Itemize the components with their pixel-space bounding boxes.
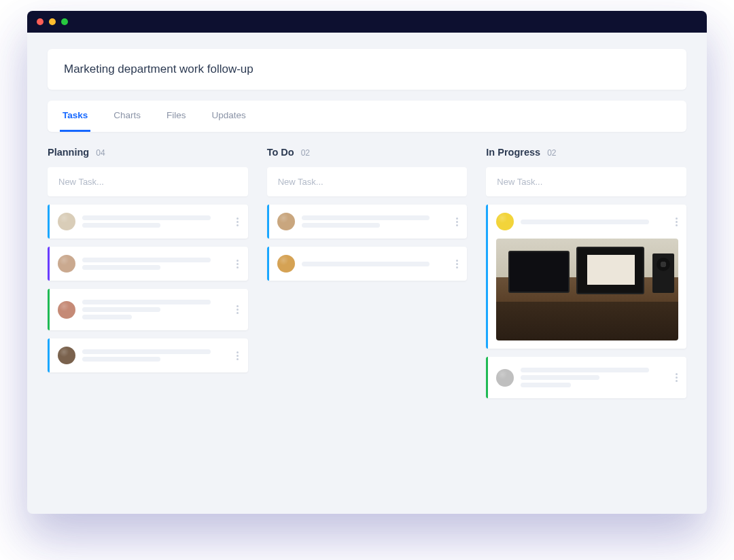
tabs-bar: TasksChartsFilesUpdates bbox=[48, 101, 686, 132]
card-text-placeholder bbox=[521, 365, 663, 390]
page-title: Marketing department work follow-up bbox=[64, 63, 670, 76]
column-title: In Progress bbox=[486, 147, 540, 158]
card-body bbox=[488, 357, 686, 398]
new-task-input[interactable] bbox=[497, 177, 676, 187]
card-text-placeholder bbox=[521, 217, 663, 227]
task-card[interactable] bbox=[48, 338, 248, 372]
app-window: Marketing department work follow-up Task… bbox=[27, 11, 707, 514]
column-title: To Do bbox=[267, 147, 294, 158]
tab-files[interactable]: Files bbox=[164, 101, 189, 132]
more-icon[interactable] bbox=[451, 260, 463, 268]
window-maximize-icon[interactable] bbox=[61, 18, 68, 25]
card-body bbox=[50, 205, 248, 239]
card-text-placeholder bbox=[82, 255, 225, 273]
more-icon[interactable] bbox=[232, 217, 244, 226]
page-header: Marketing department work follow-up bbox=[48, 49, 686, 90]
card-text-placeholder bbox=[82, 213, 225, 230]
card-body bbox=[50, 338, 248, 372]
card-text-placeholder bbox=[82, 347, 225, 364]
card-body bbox=[50, 289, 248, 330]
tab-tasks[interactable]: Tasks bbox=[60, 101, 90, 132]
task-card[interactable] bbox=[486, 205, 686, 349]
card-body bbox=[269, 247, 468, 281]
column-count: 04 bbox=[96, 148, 105, 158]
card-body bbox=[50, 247, 248, 281]
task-card[interactable] bbox=[48, 205, 248, 239]
new-task-input[interactable] bbox=[58, 177, 237, 187]
column-count: 02 bbox=[301, 148, 310, 158]
card-text-placeholder bbox=[302, 213, 444, 230]
column-header: In Progress02 bbox=[486, 147, 686, 158]
more-icon[interactable] bbox=[232, 305, 244, 314]
new-task-input-wrap[interactable] bbox=[267, 167, 468, 196]
card-body bbox=[269, 205, 468, 239]
task-card[interactable] bbox=[486, 357, 686, 398]
avatar bbox=[277, 213, 295, 230]
app-content: Marketing department work follow-up Task… bbox=[27, 33, 707, 423]
task-card[interactable] bbox=[48, 247, 248, 281]
column-planning: Planning04 bbox=[48, 147, 248, 406]
card-text-placeholder bbox=[302, 259, 444, 269]
column-count: 02 bbox=[547, 148, 556, 158]
new-task-input[interactable] bbox=[278, 177, 457, 187]
more-icon[interactable] bbox=[232, 351, 244, 360]
avatar bbox=[58, 301, 75, 319]
window-minimize-icon[interactable] bbox=[49, 18, 56, 25]
window-close-icon[interactable] bbox=[37, 18, 43, 25]
column-in-progress: In Progress02 bbox=[486, 147, 686, 406]
column-to-do: To Do02 bbox=[267, 147, 468, 406]
avatar bbox=[58, 213, 75, 230]
column-header: To Do02 bbox=[267, 147, 468, 158]
card-text-placeholder bbox=[82, 297, 225, 322]
new-task-input-wrap[interactable] bbox=[486, 167, 686, 196]
avatar bbox=[496, 369, 514, 387]
avatar bbox=[496, 213, 514, 230]
card-body bbox=[488, 205, 686, 239]
tab-updates[interactable]: Updates bbox=[209, 101, 249, 132]
new-task-input-wrap[interactable] bbox=[48, 167, 248, 196]
more-icon[interactable] bbox=[670, 217, 682, 226]
more-icon[interactable] bbox=[451, 217, 463, 226]
column-title: Planning bbox=[48, 147, 89, 158]
card-image bbox=[496, 239, 678, 340]
task-card[interactable] bbox=[267, 205, 468, 239]
kanban-board: Planning04To Do02In Progress02 bbox=[48, 147, 686, 406]
column-header: Planning04 bbox=[48, 147, 248, 158]
task-card[interactable] bbox=[48, 289, 248, 330]
task-card[interactable] bbox=[267, 247, 468, 281]
avatar bbox=[58, 255, 75, 273]
tab-charts[interactable]: Charts bbox=[111, 101, 143, 132]
more-icon[interactable] bbox=[232, 260, 244, 268]
more-icon[interactable] bbox=[670, 373, 682, 382]
window-titlebar bbox=[27, 11, 707, 33]
avatar bbox=[277, 255, 295, 273]
avatar bbox=[58, 347, 75, 364]
